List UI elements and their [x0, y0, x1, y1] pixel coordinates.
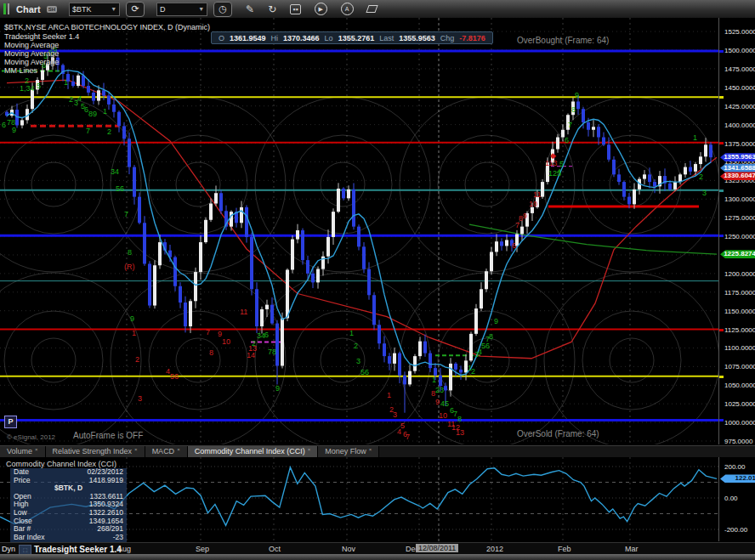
- candle[interactable]: [296, 230, 299, 240]
- candle[interactable]: [429, 354, 432, 369]
- candle[interactable]: [362, 246, 366, 269]
- candle[interactable]: [367, 269, 371, 296]
- candle[interactable]: [128, 139, 131, 167]
- candle[interactable]: [204, 220, 207, 242]
- candle[interactable]: [582, 109, 585, 122]
- candle[interactable]: [388, 356, 391, 364]
- candle[interactable]: [408, 371, 412, 385]
- candle[interactable]: [495, 241, 498, 252]
- candle[interactable]: [199, 242, 202, 272]
- candle[interactable]: [291, 240, 294, 270]
- candle[interactable]: [306, 260, 309, 274]
- candle[interactable]: [602, 138, 605, 145]
- candle[interactable]: [209, 203, 213, 219]
- candle[interactable]: [337, 189, 340, 212]
- eraser-icon[interactable]: [366, 5, 378, 13]
- candle[interactable]: [326, 237, 330, 257]
- candle[interactable]: [627, 197, 631, 205]
- candle[interactable]: [158, 242, 162, 265]
- candle[interactable]: [240, 207, 243, 223]
- candle[interactable]: [77, 76, 80, 86]
- candle[interactable]: [143, 223, 146, 263]
- tab-relative-strength-index[interactable]: Relative Strength Index×: [46, 446, 145, 458]
- tab-close-icon[interactable]: ×: [177, 447, 180, 452]
- candle[interactable]: [398, 354, 401, 376]
- candle[interactable]: [347, 189, 350, 199]
- candle[interactable]: [230, 212, 233, 227]
- candle[interactable]: [423, 342, 427, 354]
- candle[interactable]: [173, 257, 177, 286]
- candle[interactable]: [444, 386, 447, 390]
- candle[interactable]: [250, 237, 253, 289]
- candle[interactable]: [434, 368, 437, 376]
- candle[interactable]: [689, 167, 692, 172]
- candle[interactable]: [673, 182, 677, 189]
- candle[interactable]: [41, 71, 44, 80]
- candle[interactable]: [520, 227, 524, 235]
- candle[interactable]: [117, 112, 121, 127]
- candle[interactable]: [332, 212, 335, 237]
- candle[interactable]: [270, 305, 274, 324]
- candle[interactable]: [393, 354, 396, 364]
- candle[interactable]: [112, 105, 116, 112]
- candle[interactable]: [352, 189, 355, 227]
- candle[interactable]: [413, 356, 417, 371]
- candle[interactable]: [260, 309, 264, 326]
- pencil-icon[interactable]: ✎: [246, 3, 254, 15]
- candle[interactable]: [92, 93, 95, 101]
- candle[interactable]: [612, 160, 616, 175]
- candle[interactable]: [668, 184, 672, 189]
- cci-axis[interactable]: 200.000.00-200.00122.01: [718, 457, 755, 541]
- candle[interactable]: [102, 90, 105, 95]
- candle[interactable]: [107, 95, 111, 105]
- candle[interactable]: [357, 227, 360, 247]
- candle[interactable]: [556, 138, 559, 150]
- tab-close-icon[interactable]: ×: [134, 447, 138, 452]
- candle[interactable]: [576, 101, 580, 109]
- candle[interactable]: [133, 167, 136, 197]
- candle[interactable]: [403, 376, 406, 385]
- candle[interactable]: [20, 120, 24, 125]
- candle[interactable]: [286, 269, 289, 318]
- candle[interactable]: [643, 174, 646, 178]
- tab-close-icon[interactable]: ×: [369, 447, 372, 452]
- candle[interactable]: [275, 324, 279, 366]
- tab-close-icon[interactable]: ×: [35, 447, 38, 452]
- quote-box-icon[interactable]: ▪▪: [290, 4, 300, 14]
- candle[interactable]: [684, 167, 687, 175]
- candle[interactable]: [71, 82, 75, 86]
- candle[interactable]: [709, 144, 712, 157]
- candle[interactable]: [704, 144, 707, 156]
- candle[interactable]: [138, 197, 141, 223]
- candle[interactable]: [474, 308, 478, 334]
- candle[interactable]: [301, 230, 304, 260]
- candle[interactable]: [153, 265, 156, 305]
- candle[interactable]: [87, 86, 90, 93]
- candle[interactable]: [454, 364, 457, 370]
- candle[interactable]: [148, 263, 151, 305]
- candle[interactable]: [505, 240, 508, 246]
- symbol-combo[interactable]: $BTK ▼: [69, 3, 120, 16]
- interval-combo[interactable]: D ▼: [156, 3, 207, 16]
- candle[interactable]: [214, 193, 218, 203]
- candle[interactable]: [122, 126, 126, 139]
- candle[interactable]: [383, 343, 386, 356]
- candle[interactable]: [541, 182, 544, 197]
- play-icon[interactable]: ▶: [315, 3, 327, 15]
- candle[interactable]: [633, 189, 636, 205]
- candle[interactable]: [597, 127, 600, 137]
- candle[interactable]: [311, 274, 315, 283]
- time-clock-button[interactable]: ◷: [213, 2, 232, 17]
- refresh-globe-button[interactable]: ⟳: [126, 2, 145, 17]
- candle[interactable]: [587, 122, 590, 130]
- candle[interactable]: [342, 189, 345, 198]
- candle[interactable]: [617, 174, 621, 182]
- tab-close-icon[interactable]: ×: [308, 447, 311, 452]
- candle[interactable]: [694, 164, 697, 172]
- candle[interactable]: [184, 303, 187, 326]
- candle[interactable]: [255, 289, 258, 326]
- candle[interactable]: [622, 182, 626, 197]
- candle[interactable]: [648, 174, 651, 182]
- auto-icon[interactable]: A: [341, 3, 354, 15]
- candle[interactable]: [418, 342, 422, 357]
